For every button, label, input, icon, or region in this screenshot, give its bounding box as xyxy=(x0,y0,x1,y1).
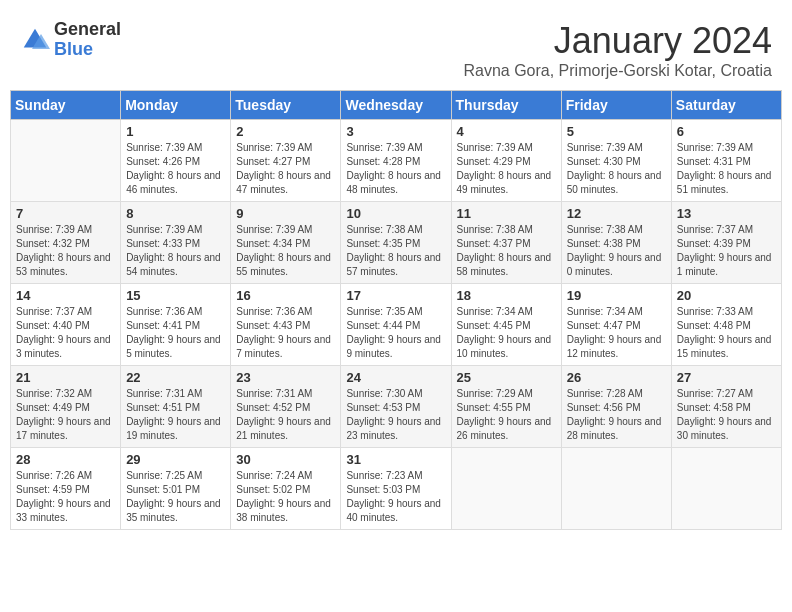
day-number: 16 xyxy=(236,288,335,303)
day-number: 21 xyxy=(16,370,115,385)
calendar-cell: 3 Sunrise: 7:39 AMSunset: 4:28 PMDayligh… xyxy=(341,120,451,202)
calendar-cell: 11 Sunrise: 7:38 AMSunset: 4:37 PMDaylig… xyxy=(451,202,561,284)
day-number: 2 xyxy=(236,124,335,139)
calendar-cell: 2 Sunrise: 7:39 AMSunset: 4:27 PMDayligh… xyxy=(231,120,341,202)
day-info: Sunrise: 7:38 AMSunset: 4:35 PMDaylight:… xyxy=(346,223,445,279)
day-info: Sunrise: 7:23 AMSunset: 5:03 PMDaylight:… xyxy=(346,469,445,525)
calendar-cell xyxy=(11,120,121,202)
day-number: 9 xyxy=(236,206,335,221)
calendar-cell: 22 Sunrise: 7:31 AMSunset: 4:51 PMDaylig… xyxy=(121,366,231,448)
day-number: 23 xyxy=(236,370,335,385)
calendar-cell: 17 Sunrise: 7:35 AMSunset: 4:44 PMDaylig… xyxy=(341,284,451,366)
calendar-table: SundayMondayTuesdayWednesdayThursdayFrid… xyxy=(10,90,782,530)
calendar-cell: 16 Sunrise: 7:36 AMSunset: 4:43 PMDaylig… xyxy=(231,284,341,366)
day-number: 22 xyxy=(126,370,225,385)
day-info: Sunrise: 7:39 AMSunset: 4:34 PMDaylight:… xyxy=(236,223,335,279)
day-info: Sunrise: 7:24 AMSunset: 5:02 PMDaylight:… xyxy=(236,469,335,525)
day-number: 11 xyxy=(457,206,556,221)
calendar-cell: 28 Sunrise: 7:26 AMSunset: 4:59 PMDaylig… xyxy=(11,448,121,530)
day-info: Sunrise: 7:39 AMSunset: 4:27 PMDaylight:… xyxy=(236,141,335,197)
day-number: 30 xyxy=(236,452,335,467)
day-number: 24 xyxy=(346,370,445,385)
day-info: Sunrise: 7:34 AMSunset: 4:45 PMDaylight:… xyxy=(457,305,556,361)
day-info: Sunrise: 7:39 AMSunset: 4:28 PMDaylight:… xyxy=(346,141,445,197)
day-info: Sunrise: 7:39 AMSunset: 4:33 PMDaylight:… xyxy=(126,223,225,279)
day-number: 8 xyxy=(126,206,225,221)
day-info: Sunrise: 7:29 AMSunset: 4:55 PMDaylight:… xyxy=(457,387,556,443)
day-info: Sunrise: 7:37 AMSunset: 4:39 PMDaylight:… xyxy=(677,223,776,279)
day-number: 4 xyxy=(457,124,556,139)
day-number: 19 xyxy=(567,288,666,303)
day-number: 14 xyxy=(16,288,115,303)
calendar-cell: 4 Sunrise: 7:39 AMSunset: 4:29 PMDayligh… xyxy=(451,120,561,202)
weekday-header: Saturday xyxy=(671,91,781,120)
day-info: Sunrise: 7:34 AMSunset: 4:47 PMDaylight:… xyxy=(567,305,666,361)
logo-icon xyxy=(20,25,50,55)
weekday-header: Tuesday xyxy=(231,91,341,120)
day-info: Sunrise: 7:32 AMSunset: 4:49 PMDaylight:… xyxy=(16,387,115,443)
day-number: 3 xyxy=(346,124,445,139)
day-info: Sunrise: 7:26 AMSunset: 4:59 PMDaylight:… xyxy=(16,469,115,525)
day-info: Sunrise: 7:28 AMSunset: 4:56 PMDaylight:… xyxy=(567,387,666,443)
day-number: 26 xyxy=(567,370,666,385)
day-number: 27 xyxy=(677,370,776,385)
calendar-week-row: 1 Sunrise: 7:39 AMSunset: 4:26 PMDayligh… xyxy=(11,120,782,202)
day-info: Sunrise: 7:39 AMSunset: 4:29 PMDaylight:… xyxy=(457,141,556,197)
calendar-cell: 12 Sunrise: 7:38 AMSunset: 4:38 PMDaylig… xyxy=(561,202,671,284)
day-info: Sunrise: 7:36 AMSunset: 4:41 PMDaylight:… xyxy=(126,305,225,361)
calendar-cell xyxy=(671,448,781,530)
calendar-cell: 18 Sunrise: 7:34 AMSunset: 4:45 PMDaylig… xyxy=(451,284,561,366)
day-number: 12 xyxy=(567,206,666,221)
day-number: 6 xyxy=(677,124,776,139)
logo-blue-text: Blue xyxy=(54,40,121,60)
calendar-cell: 15 Sunrise: 7:36 AMSunset: 4:41 PMDaylig… xyxy=(121,284,231,366)
weekday-header: Thursday xyxy=(451,91,561,120)
day-number: 18 xyxy=(457,288,556,303)
day-number: 17 xyxy=(346,288,445,303)
day-info: Sunrise: 7:38 AMSunset: 4:38 PMDaylight:… xyxy=(567,223,666,279)
calendar-cell: 24 Sunrise: 7:30 AMSunset: 4:53 PMDaylig… xyxy=(341,366,451,448)
calendar-cell: 7 Sunrise: 7:39 AMSunset: 4:32 PMDayligh… xyxy=(11,202,121,284)
page-header: General Blue January 2024 Ravna Gora, Pr… xyxy=(10,10,782,85)
calendar-cell: 19 Sunrise: 7:34 AMSunset: 4:47 PMDaylig… xyxy=(561,284,671,366)
calendar-cell: 10 Sunrise: 7:38 AMSunset: 4:35 PMDaylig… xyxy=(341,202,451,284)
day-number: 7 xyxy=(16,206,115,221)
weekday-header: Sunday xyxy=(11,91,121,120)
calendar-cell: 6 Sunrise: 7:39 AMSunset: 4:31 PMDayligh… xyxy=(671,120,781,202)
calendar-cell: 13 Sunrise: 7:37 AMSunset: 4:39 PMDaylig… xyxy=(671,202,781,284)
calendar-cell: 8 Sunrise: 7:39 AMSunset: 4:33 PMDayligh… xyxy=(121,202,231,284)
day-info: Sunrise: 7:39 AMSunset: 4:26 PMDaylight:… xyxy=(126,141,225,197)
day-number: 1 xyxy=(126,124,225,139)
weekday-header: Wednesday xyxy=(341,91,451,120)
calendar-week-row: 28 Sunrise: 7:26 AMSunset: 4:59 PMDaylig… xyxy=(11,448,782,530)
calendar-cell: 9 Sunrise: 7:39 AMSunset: 4:34 PMDayligh… xyxy=(231,202,341,284)
day-info: Sunrise: 7:25 AMSunset: 5:01 PMDaylight:… xyxy=(126,469,225,525)
calendar-cell xyxy=(561,448,671,530)
calendar-cell: 29 Sunrise: 7:25 AMSunset: 5:01 PMDaylig… xyxy=(121,448,231,530)
month-title: January 2024 xyxy=(463,20,772,62)
day-info: Sunrise: 7:33 AMSunset: 4:48 PMDaylight:… xyxy=(677,305,776,361)
title-section: January 2024 Ravna Gora, Primorje-Gorski… xyxy=(463,20,772,80)
day-number: 28 xyxy=(16,452,115,467)
day-info: Sunrise: 7:39 AMSunset: 4:31 PMDaylight:… xyxy=(677,141,776,197)
calendar-cell: 14 Sunrise: 7:37 AMSunset: 4:40 PMDaylig… xyxy=(11,284,121,366)
day-info: Sunrise: 7:35 AMSunset: 4:44 PMDaylight:… xyxy=(346,305,445,361)
day-number: 5 xyxy=(567,124,666,139)
day-info: Sunrise: 7:31 AMSunset: 4:51 PMDaylight:… xyxy=(126,387,225,443)
calendar-cell: 21 Sunrise: 7:32 AMSunset: 4:49 PMDaylig… xyxy=(11,366,121,448)
weekday-header: Monday xyxy=(121,91,231,120)
day-number: 13 xyxy=(677,206,776,221)
calendar-week-row: 21 Sunrise: 7:32 AMSunset: 4:49 PMDaylig… xyxy=(11,366,782,448)
day-info: Sunrise: 7:38 AMSunset: 4:37 PMDaylight:… xyxy=(457,223,556,279)
day-info: Sunrise: 7:31 AMSunset: 4:52 PMDaylight:… xyxy=(236,387,335,443)
day-info: Sunrise: 7:37 AMSunset: 4:40 PMDaylight:… xyxy=(16,305,115,361)
logo: General Blue xyxy=(20,20,121,60)
calendar-cell: 25 Sunrise: 7:29 AMSunset: 4:55 PMDaylig… xyxy=(451,366,561,448)
calendar-cell: 30 Sunrise: 7:24 AMSunset: 5:02 PMDaylig… xyxy=(231,448,341,530)
calendar-cell: 26 Sunrise: 7:28 AMSunset: 4:56 PMDaylig… xyxy=(561,366,671,448)
day-number: 29 xyxy=(126,452,225,467)
day-number: 25 xyxy=(457,370,556,385)
calendar-cell: 23 Sunrise: 7:31 AMSunset: 4:52 PMDaylig… xyxy=(231,366,341,448)
location-title: Ravna Gora, Primorje-Gorski Kotar, Croat… xyxy=(463,62,772,80)
calendar-cell: 31 Sunrise: 7:23 AMSunset: 5:03 PMDaylig… xyxy=(341,448,451,530)
